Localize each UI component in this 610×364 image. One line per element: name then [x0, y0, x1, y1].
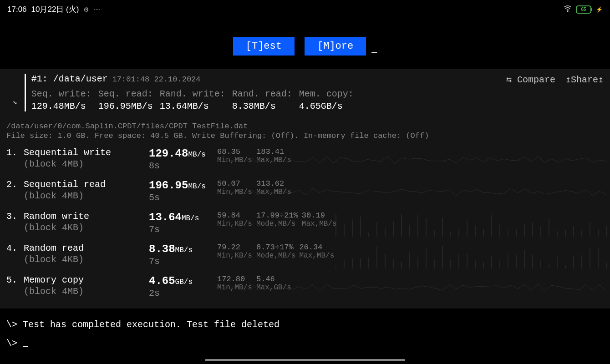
summary-value: 8.38MB/s	[232, 101, 292, 111]
stat-value: 17.99÷21%	[256, 211, 298, 220]
test-number: 5.	[6, 275, 24, 285]
summary-label: Mem. copy:	[299, 89, 354, 99]
stat-label: Max,MB/s	[256, 188, 292, 196]
stat-label: Max,MB/s	[302, 220, 337, 228]
summary-label: Rand. read:	[232, 89, 292, 99]
test-stats: 59.84Min,KB/s17.99÷21%Mode,MB/s30.19Max,…	[217, 211, 604, 228]
test-number: 4.	[6, 243, 24, 253]
toolbar: [T]est [M]ore _	[0, 37, 610, 56]
run-timestamp: 17:01:48 22.10.2024	[112, 75, 201, 84]
stat-value: 172.80	[217, 275, 253, 283]
stat-block: 183.41Max,MB/s	[256, 147, 292, 164]
test-duration: 5s	[149, 192, 217, 203]
test-block-size: (block 4KB)	[24, 254, 149, 265]
test-row: 2.Sequential read(block 4MB)196.95MB/s5s…	[6, 179, 604, 205]
test-result: 4.65GB/s	[149, 275, 217, 287]
stat-block: 8.73÷17%Mode,MB/s	[256, 243, 295, 260]
svg-rect-13	[434, 230, 435, 237]
summary-value: 13.64MB/s	[160, 101, 225, 111]
test-row: 4.Random read(block 4KB)8.38MB/s7s79.22M…	[6, 243, 604, 268]
test-name: Random write	[24, 211, 149, 222]
stat-block: 172.80Min,MB/s	[217, 275, 253, 292]
battery-icon: 65	[576, 5, 591, 14]
dots-icon[interactable]: ⋯	[94, 6, 100, 13]
stat-block: 5.46Max,GB/s	[256, 275, 292, 292]
stat-value: 313.62	[256, 179, 292, 188]
stat-value: 8.73÷17%	[256, 243, 295, 252]
test-stats: 172.80Min,MB/s5.46Max,GB/s	[217, 275, 604, 292]
test-button[interactable]: [T]est	[233, 37, 295, 56]
svg-rect-29	[565, 230, 566, 237]
share-button[interactable]: ↥Share↥	[565, 74, 604, 85]
compare-button[interactable]: ⇆ Compare	[506, 74, 555, 85]
svg-rect-15	[450, 232, 451, 237]
terminal-prompt: \> _	[6, 338, 604, 349]
run-path: #1: /data/user	[31, 74, 108, 84]
svg-rect-31	[581, 230, 582, 237]
svg-rect-34	[606, 225, 607, 236]
test-duration: 7s	[149, 256, 217, 267]
test-block-size: (block 4KB)	[24, 222, 149, 233]
test-duration: 8s	[149, 161, 217, 171]
test-name: Sequential read	[24, 179, 149, 190]
stat-label: Mode,MB/s	[256, 252, 295, 260]
stat-value: 30.19	[302, 211, 337, 220]
stat-label: Max,MB/s	[299, 252, 335, 260]
test-row: 1.Sequential write(block 4MB)129.48MB/s8…	[6, 147, 604, 173]
svg-rect-49	[450, 260, 451, 268]
svg-rect-33	[598, 229, 599, 236]
terminal: \> Test has completed execution. Test fi…	[0, 308, 610, 364]
test-number: 3.	[6, 211, 24, 222]
test-row: 5.Memory copy(block 4MB)4.65GB/s2s172.80…	[6, 275, 604, 300]
svg-rect-37	[352, 258, 353, 268]
summary-table: Seq. write:129.48MB/sSeq. read:196.95MB/…	[31, 89, 604, 111]
stat-block: 30.19Max,MB/s	[302, 211, 337, 228]
svg-rect-5	[368, 233, 369, 237]
svg-rect-16	[458, 229, 459, 236]
summary-column: Mem. copy:4.65GB/s	[299, 89, 354, 111]
stat-label: Mode,MB/s	[256, 220, 298, 228]
svg-rect-22	[508, 230, 508, 236]
stat-block: 17.99÷21%Mode,MB/s	[256, 211, 298, 228]
svg-point-0	[567, 11, 568, 12]
more-button[interactable]: [M]ore	[305, 37, 366, 56]
test-row: 3.Random write(block 4KB)13.64MB/s7s59.8…	[6, 211, 604, 237]
svg-rect-60	[540, 260, 541, 268]
stat-label: Min,MB/s	[217, 188, 253, 196]
test-result: 196.95MB/s	[149, 179, 217, 192]
svg-rect-36	[344, 260, 345, 268]
summary-label: Seq. write:	[31, 89, 92, 99]
svg-rect-61	[549, 264, 549, 268]
stat-label: Min,MB/s	[217, 156, 253, 164]
svg-rect-42	[393, 259, 394, 268]
stat-block: 313.62Max,MB/s	[256, 179, 292, 196]
svg-rect-38	[360, 258, 361, 268]
status-time: 17:06	[7, 5, 27, 14]
results-panel: /data/user/0/com.Saplin.CPDT/files/CPDT_…	[0, 117, 610, 308]
test-block-size: (block 4MB)	[24, 191, 149, 201]
file-path: /data/user/0/com.Saplin.CPDT/files/CPDT_…	[6, 121, 604, 131]
svg-rect-7	[385, 228, 386, 237]
divider	[25, 74, 26, 111]
test-number: 2.	[6, 179, 24, 190]
test-name: Random read	[24, 243, 149, 253]
expand-icon[interactable]: ↘	[13, 97, 17, 106]
stat-label: Max,MB/s	[256, 156, 292, 164]
gear-icon[interactable]: ⚙	[83, 6, 89, 13]
stat-block: 50.07Min,MB/s	[217, 179, 253, 196]
test-block-size: (block 4MB)	[24, 286, 149, 297]
stat-value: 26.34	[299, 243, 335, 252]
test-result: 129.48MB/s	[149, 147, 217, 160]
test-result: 8.38MB/s	[149, 243, 217, 255]
stat-value: 50.07	[217, 179, 253, 188]
home-indicator[interactable]	[205, 359, 405, 361]
test-name: Memory copy	[24, 275, 149, 285]
test-stats: 50.07Min,MB/s313.62Max,MB/s	[217, 179, 604, 196]
svg-rect-23	[516, 229, 517, 237]
summary-value: 196.95MB/s	[98, 101, 153, 111]
svg-rect-53	[483, 262, 484, 268]
stat-value: 59.84	[217, 211, 253, 220]
summary-column: Rand. write:13.64MB/s	[160, 89, 225, 111]
stat-label: Min,KB/s	[217, 252, 253, 260]
svg-rect-35	[336, 265, 336, 268]
